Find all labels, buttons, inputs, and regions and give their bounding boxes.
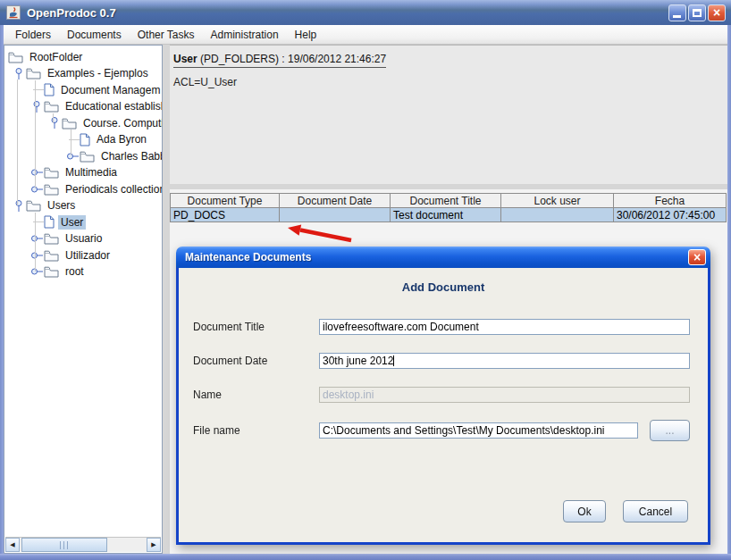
- tree-item-label: Users: [45, 198, 78, 213]
- table-row[interactable]: PD_DOCSTest document30/06/2012 07:45:00: [171, 208, 727, 222]
- folder-tree-panel: RootFolderExamples - EjemplosDocument Ma…: [4, 45, 163, 554]
- collapsed-handle-icon[interactable]: [29, 249, 44, 262]
- tree-item-course-computi[interactable]: Course. Computi: [4, 114, 162, 131]
- window-titlebar: OpenProdoc 0.7: [0, 0, 731, 25]
- app-window: OpenProdoc 0.7 FoldersDocumentsOther Tas…: [0, 0, 731, 560]
- menu-other-tasks[interactable]: Other Tasks: [130, 26, 203, 44]
- text-caret: [393, 355, 394, 366]
- tree-connector-line: [53, 113, 54, 123]
- dialog-title: Maintenance Documents: [185, 251, 688, 263]
- maintenance-documents-dialog: Maintenance Documents Add Document Docum…: [176, 247, 710, 545]
- folder-meta: (PD_FOLDERS) : 19/06/2012 21:46:27: [197, 53, 386, 65]
- collapsed-handle-icon[interactable]: [29, 166, 44, 179]
- expanded-handle-icon[interactable]: [47, 116, 62, 130]
- menu-bar: FoldersDocumentsOther TasksAdministratio…: [4, 25, 727, 45]
- tree-item-label: Ada Byron: [94, 132, 149, 146]
- tree-item-label: Course. Computi: [80, 116, 163, 130]
- folder-icon: [44, 249, 59, 262]
- tree-item-document-managem[interactable]: Document Managem: [4, 81, 162, 98]
- document-icon: [44, 83, 55, 96]
- browse-file-button[interactable]: ...: [650, 420, 690, 441]
- document-title-input[interactable]: ilovefreesoftware.com Document: [319, 319, 690, 335]
- tree-item-root[interactable]: root: [4, 263, 162, 280]
- tree-item-utilizador[interactable]: Utilizador: [4, 247, 162, 263]
- tree-horizontal-scrollbar: ◀ ▶: [5, 537, 161, 552]
- column-header-fecha[interactable]: Fecha: [614, 194, 727, 208]
- tree-item-educational-establish[interactable]: Educational establish: [4, 98, 162, 115]
- close-button[interactable]: [708, 4, 726, 21]
- folder-icon: [8, 51, 23, 63]
- menu-folders[interactable]: Folders: [7, 26, 59, 44]
- window-title: OpenProdoc 0.7: [27, 6, 668, 20]
- acl-text: ACL=U_User: [173, 76, 724, 88]
- folder-info-panel: User (PD_FOLDERS) : 19/06/2012 21:46:27 …: [170, 45, 727, 184]
- menu-documents[interactable]: Documents: [59, 26, 130, 44]
- ok-button[interactable]: Ok: [563, 500, 606, 522]
- name-input: desktop.ini: [319, 387, 690, 403]
- table-cell: 30/06/2012 07:45:00: [614, 208, 727, 222]
- field-label-file-name: File name: [193, 424, 240, 437]
- tree-item-user[interactable]: User: [4, 213, 162, 230]
- column-header-document-type[interactable]: Document Type: [171, 194, 280, 208]
- dialog-close-icon[interactable]: [688, 249, 706, 265]
- window-border-left: [0, 25, 4, 560]
- field-label-name: Name: [193, 389, 222, 401]
- tree-connector-line: [35, 80, 36, 188]
- tree-item-usuario[interactable]: Usuario: [4, 230, 162, 247]
- maximize-button[interactable]: [688, 4, 706, 21]
- scrollbar-track[interactable]: [20, 538, 147, 552]
- file-name-input[interactable]: C:\Documents and Settings\Test\My Docume…: [319, 422, 638, 439]
- folder-icon: [44, 232, 59, 245]
- expanded-handle-icon[interactable]: [29, 100, 44, 113]
- table-cell: Test document: [391, 208, 501, 222]
- document-icon: [80, 133, 90, 146]
- window-border-bottom: [0, 554, 731, 560]
- tree-item-charles-babb[interactable]: Charles Babb: [4, 147, 162, 164]
- column-header-document-date[interactable]: Document Date: [280, 194, 391, 208]
- collapsed-handle-icon[interactable]: [29, 265, 44, 278]
- folder-icon: [44, 166, 59, 179]
- tree-item-label: User: [58, 215, 86, 230]
- tree-item-periodicals-collection[interactable]: Periodicals collection: [4, 180, 162, 197]
- menu-administration[interactable]: Administration: [203, 26, 287, 44]
- collapsed-handle-icon[interactable]: [65, 150, 80, 163]
- table-cell: [280, 208, 391, 222]
- folder-icon: [26, 199, 41, 212]
- minimize-button[interactable]: [668, 4, 686, 21]
- cancel-button[interactable]: Cancel: [623, 500, 688, 522]
- tree-item-label: Utilizador: [63, 248, 113, 263]
- table-cell: PD_DOCS: [171, 208, 280, 222]
- expanded-handle-icon[interactable]: [12, 199, 26, 213]
- collapsed-handle-icon[interactable]: [29, 232, 44, 245]
- tree-item-multimedia[interactable]: Multimedia: [4, 164, 162, 181]
- java-app-icon: [5, 4, 21, 21]
- scroll-right-arrow[interactable]: ▶: [147, 538, 161, 552]
- column-header-lock-user[interactable]: Lock user: [501, 194, 614, 208]
- tree-item-users[interactable]: Users: [4, 197, 162, 214]
- document-date-input[interactable]: 30th june 2012: [319, 353, 690, 369]
- column-header-document-title[interactable]: Document Title: [391, 194, 501, 208]
- menu-help[interactable]: Help: [287, 26, 325, 44]
- expanded-handle-icon[interactable]: [12, 67, 26, 80]
- tree-item-label: RootFolder: [27, 50, 85, 64]
- tree-item-label: Document Managem: [58, 83, 163, 97]
- tree-connector-line: [17, 79, 18, 205]
- scroll-left-arrow[interactable]: ◀: [5, 538, 20, 552]
- tree-item-examples-ejemplos[interactable]: Examples - Ejemplos: [4, 65, 162, 82]
- tree-item-ada-byron[interactable]: Ada Byron: [4, 131, 162, 148]
- dialog-heading: Add Document: [179, 280, 708, 294]
- document-icon: [44, 215, 55, 229]
- tree-item-rootfolder[interactable]: RootFolder: [4, 48, 162, 65]
- tree-item-label: Examples - Ejemplos: [45, 66, 151, 80]
- collapsed-handle-icon[interactable]: [29, 183, 44, 196]
- field-label-document-title: Document Title: [193, 321, 265, 333]
- folder-icon: [44, 100, 59, 113]
- scrollbar-grip: [60, 541, 69, 549]
- tree-item-label: root: [63, 264, 87, 279]
- folder-icon: [44, 183, 59, 196]
- dialog-body: Add Document Document Titleilovefreesoft…: [176, 268, 710, 545]
- tree-item-label: Charles Babb: [98, 149, 163, 163]
- folder-icon: [26, 67, 41, 79]
- scrollbar-thumb[interactable]: [21, 538, 107, 552]
- tree-item-label: Usuario: [63, 231, 105, 246]
